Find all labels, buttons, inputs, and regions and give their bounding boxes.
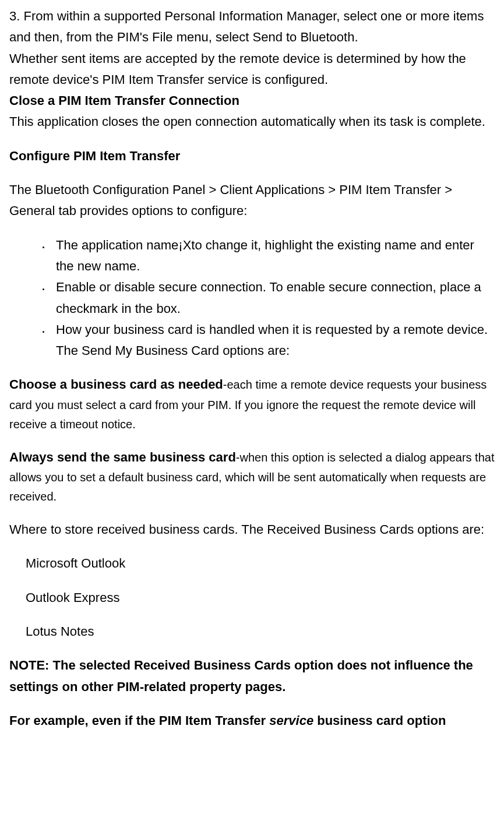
paragraph-close-connection: This application closes the open connect… — [9, 111, 495, 132]
note-received-cards: NOTE: The selected Received Business Car… — [9, 655, 495, 697]
example-text-a: For example, even if the PIM Item Transf… — [9, 713, 269, 728]
example-text-service: service — [269, 713, 313, 728]
paragraph-choose-card: Choose a business card as needed-each ti… — [9, 374, 495, 434]
option-outlook-express: Outlook Express — [9, 587, 495, 608]
heading-configure-pim: Configure PIM Item Transfer — [9, 146, 495, 167]
bullet-business-card: How your business card is handled when i… — [50, 319, 495, 362]
paragraph-step3: 3. From within a supported Personal Info… — [9, 6, 495, 48]
bullet-app-name: The application name¡Xto change it, high… — [50, 235, 495, 277]
bullet-secure-connection: Enable or disable secure connection. To … — [50, 277, 495, 319]
paragraph-config-intro: The Bluetooth Configuration Panel > Clie… — [9, 179, 495, 222]
paragraph-store-cards: Where to store received business cards. … — [9, 519, 495, 540]
choose-card-title: Choose a business card as needed — [9, 377, 223, 392]
always-card-title: Always send the same business card — [9, 450, 236, 464]
example-text-c: business card option — [313, 713, 446, 728]
option-microsoft-outlook: Microsoft Outlook — [9, 553, 495, 574]
paragraph-accepted-note: Whether sent items are accepted by the r… — [9, 48, 495, 91]
paragraph-example: For example, even if the PIM Item Transf… — [9, 710, 495, 731]
option-lotus-notes: Lotus Notes — [9, 621, 495, 642]
heading-close-connection: Close a PIM Item Transfer Connection — [9, 90, 495, 111]
config-bullet-list: The application name¡Xto change it, high… — [9, 235, 495, 362]
paragraph-always-card: Always send the same business card-when … — [9, 447, 495, 506]
